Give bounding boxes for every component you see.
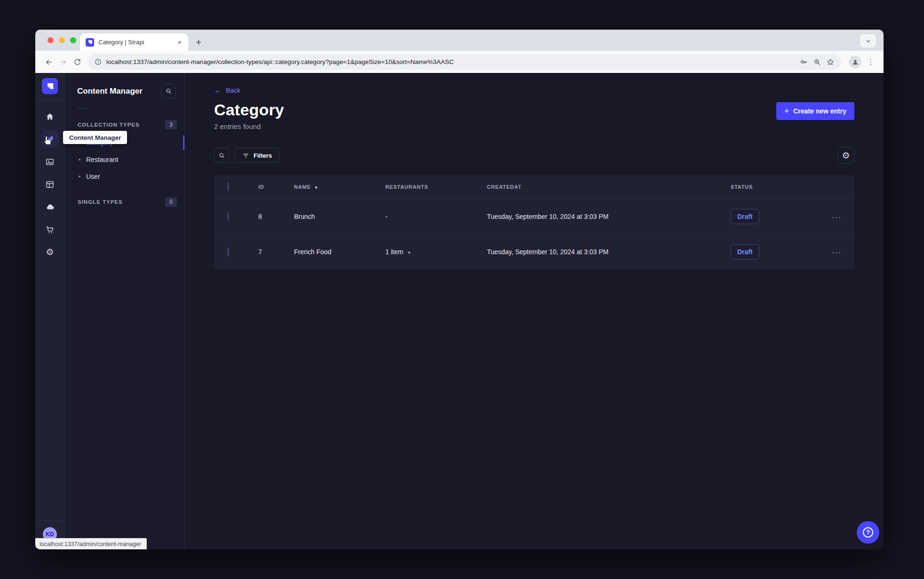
table-row[interactable]: 8 Brunch - Tuesday, September 10, 2024 a…	[214, 199, 854, 234]
browser-menu-icon[interactable]: ⋮	[864, 58, 877, 66]
browser-status-bar: localhost:1337/admin/content-manager	[35, 538, 147, 549]
sort-asc-icon: ▲	[314, 185, 319, 189]
row-actions-menu-icon[interactable]: ···	[820, 213, 843, 221]
cloud-icon[interactable]	[42, 199, 58, 215]
window-controls	[48, 37, 76, 43]
close-window-button[interactable]	[48, 37, 54, 43]
zoom-in-icon[interactable]	[813, 58, 821, 66]
strapi-favicon	[86, 38, 94, 47]
sidebar-item-restaurant[interactable]: Restaurant	[65, 151, 184, 168]
bullet-icon	[79, 176, 80, 177]
rail-divider	[35, 100, 65, 100]
cell-createdat: Tuesday, September 10, 2024 at 3:03 PM	[478, 248, 721, 256]
row-checkbox[interactable]	[228, 248, 229, 256]
password-key-icon[interactable]	[799, 57, 808, 66]
url-text[interactable]: localhost:1337/admin/content-manager/col…	[106, 58, 795, 65]
cell-id: 8	[249, 213, 285, 220]
address-bar[interactable]: localhost:1337/admin/content-manager/col…	[88, 54, 841, 70]
header-restaurants[interactable]: RESTAURANTS	[376, 184, 478, 190]
cell-name: Brunch	[285, 213, 376, 220]
marketplace-cart-icon[interactable]	[42, 221, 58, 238]
maximize-window-button[interactable]	[70, 37, 76, 43]
single-types-label: SINGLE TYPES	[78, 199, 123, 205]
content-manager-subnav: Content Manager COLLECTION TYPES 3 Categ…	[65, 73, 185, 549]
question-mark-icon: ?	[863, 527, 873, 538]
browser-window: Category | Strapi × + localhost:1337/adm…	[35, 30, 884, 549]
new-tab-button[interactable]: +	[196, 37, 201, 47]
collection-types-label: COLLECTION TYPES	[78, 122, 140, 128]
cell-restaurants[interactable]: 1 item▼	[376, 248, 478, 256]
tab-title: Category | Strapi	[98, 39, 171, 46]
sidebar-item-user[interactable]: User	[65, 168, 184, 185]
view-settings-gear-icon[interactable]: ⚙	[837, 147, 854, 164]
cell-id: 7	[249, 248, 285, 256]
table-search-icon[interactable]	[214, 148, 229, 163]
status-badge: Draft	[731, 244, 759, 259]
settings-gear-icon[interactable]: ⚙	[42, 244, 58, 260]
create-new-entry-button[interactable]: + Create new entry	[776, 102, 854, 120]
header-status[interactable]: STATUS	[721, 184, 820, 190]
main-content: ← Back Category 2 entries found + Create…	[185, 73, 884, 549]
forward-nav-icon[interactable]	[56, 55, 70, 69]
single-types-count-badge: 0	[165, 197, 177, 207]
row-checkbox[interactable]	[228, 212, 229, 221]
media-library-icon[interactable]	[42, 153, 58, 170]
active-item-indicator	[183, 135, 184, 150]
subnav-search-icon[interactable]	[161, 84, 176, 98]
tab-close-icon[interactable]: ×	[175, 38, 183, 46]
back-link[interactable]: ← Back	[214, 87, 240, 94]
mouse-cursor	[43, 136, 52, 146]
page-title: Category	[214, 101, 284, 119]
header-name[interactable]: NAME▲	[285, 184, 376, 190]
back-nav-icon[interactable]	[42, 55, 56, 69]
reload-icon[interactable]	[70, 55, 84, 69]
filters-button[interactable]: Filters	[235, 148, 279, 163]
bookmark-star-icon[interactable]	[826, 58, 835, 66]
filter-icon	[242, 152, 249, 159]
cell-name: French Food	[285, 248, 376, 256]
table-row[interactable]: 7 French Food 1 item▼ Tuesday, September…	[214, 234, 854, 269]
browser-profile-avatar[interactable]	[849, 56, 861, 68]
header-id[interactable]: ID	[249, 184, 285, 190]
rail-divider-bottom	[35, 521, 65, 521]
browser-tab-strip: Category | Strapi × +	[35, 30, 884, 51]
site-info-icon[interactable]	[95, 58, 102, 65]
browser-tab[interactable]: Category | Strapi ×	[80, 33, 188, 51]
home-icon[interactable]	[42, 108, 58, 125]
table-header-row: ID NAME▲ RESTAURANTS CREATEDAT STATUS	[214, 175, 854, 199]
plus-icon: +	[784, 107, 789, 115]
tab-search-chevron-icon[interactable]	[860, 34, 876, 48]
select-all-checkbox[interactable]	[228, 182, 229, 191]
header-createdat[interactable]: CREATEDAT	[478, 184, 721, 190]
entries-table: ID NAME▲ RESTAURANTS CREATEDAT STATUS 8 …	[214, 175, 854, 269]
cell-restaurants: -	[376, 213, 478, 220]
back-arrow-icon: ←	[214, 87, 222, 94]
status-badge: Draft	[731, 209, 759, 224]
subnav-divider	[78, 108, 89, 109]
content-type-builder-icon[interactable]	[42, 176, 58, 193]
content-manager-tooltip: Content Manager	[63, 131, 127, 144]
strapi-admin: ⚙ KD Content Manager COLLECTION TYPES 3	[35, 73, 884, 549]
row-actions-menu-icon[interactable]: ···	[820, 248, 843, 256]
entries-count: 2 entries found	[214, 122, 284, 130]
help-button[interactable]: ?	[857, 521, 879, 544]
minimize-window-button[interactable]	[59, 37, 65, 43]
collection-types-count-badge: 3	[165, 120, 177, 129]
strapi-logo[interactable]	[42, 78, 58, 94]
bullet-icon	[79, 159, 80, 161]
cell-createdat: Tuesday, September 10, 2024 at 3:03 PM	[478, 213, 721, 220]
chevron-down-icon: ▼	[407, 250, 411, 255]
browser-toolbar: localhost:1337/admin/content-manager/col…	[35, 51, 884, 73]
subnav-title: Content Manager	[77, 87, 143, 96]
